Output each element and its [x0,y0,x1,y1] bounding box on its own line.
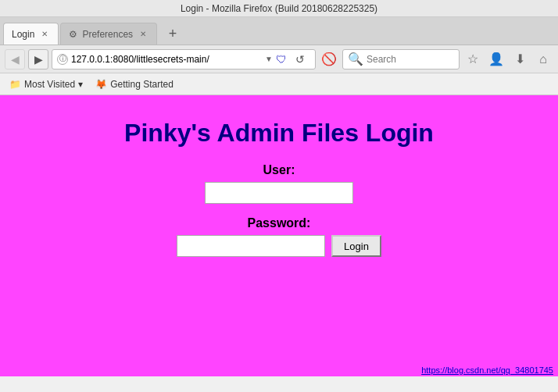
status-link[interactable]: https://blog.csdn.net/qq_34801745 [417,364,558,376]
nav-bar: ◀ ▶ ⓘ ▼ 🛡 ↺ 🚫 🔍 ☆ 👤 ⬇ ⌂ [0,45,558,73]
shield-icon: 🛡 [276,53,287,66]
address-input[interactable] [71,54,262,65]
most-visited-arrow: ▾ [78,79,83,90]
most-visited-bookmark[interactable]: 📁 Most Visited ▾ [6,77,86,91]
download-icon[interactable]: ⬇ [510,49,530,69]
back-button[interactable]: ◀ [5,49,25,69]
forward-icon: ▶ [34,53,43,66]
getting-started-icon: 🦊 [95,79,107,90]
tab-preferences[interactable]: ⚙ Preferences ✕ [60,23,157,45]
most-visited-label: Most Visited [24,79,75,90]
bookmarks-bar: 📁 Most Visited ▾ 🦊 Getting Started [0,73,558,95]
tab-login[interactable]: Login ✕ [3,23,59,45]
new-tab-button[interactable]: + [162,23,184,45]
search-icon: 🔍 [348,52,363,66]
tab-bar: Login ✕ ⚙ Preferences ✕ + [0,17,558,45]
password-input[interactable] [177,235,325,257]
preferences-icon: ⚙ [69,29,77,40]
forward-button[interactable]: ▶ [28,49,48,69]
getting-started-label: Getting Started [110,79,173,90]
home-icon[interactable]: ⌂ [533,49,553,69]
search-bar-container: 🔍 [342,49,460,69]
reload-button[interactable]: ↺ [290,49,310,69]
password-form-group: Password: Login [177,216,381,257]
title-bar: Login - Mozilla Firefox (Build 201806282… [0,0,558,17]
info-icon[interactable]: ⓘ [57,54,68,65]
tab-preferences-label: Preferences [82,29,133,40]
address-dropdown-icon[interactable]: ▼ [265,55,273,63]
bookmark-star-icon[interactable]: ☆ [463,49,483,69]
login-row: Login [177,235,381,257]
user-icon[interactable]: 👤 [486,49,506,69]
password-label: Password: [248,216,311,230]
login-button[interactable]: Login [331,235,381,257]
tab-login-close[interactable]: ✕ [39,29,50,40]
page-title: Pinky's Admin Files Login [124,119,434,148]
title-text: Login - Mozilla Firefox (Build 201806282… [181,3,377,14]
most-visited-icon: 📁 [9,79,21,90]
user-input[interactable] [205,182,353,204]
page-content: Pinky's Admin Files Login User: Password… [0,95,558,376]
getting-started-bookmark[interactable]: 🦊 Getting Started [92,77,177,91]
back-icon: ◀ [11,53,20,66]
user-form-group: User: [205,163,353,204]
block-icon: 🚫 [319,49,339,69]
tab-login-label: Login [12,29,34,40]
tab-preferences-close[interactable]: ✕ [138,29,148,40]
user-label: User: [263,163,295,177]
address-bar-container: ⓘ ▼ 🛡 ↺ [52,49,316,69]
